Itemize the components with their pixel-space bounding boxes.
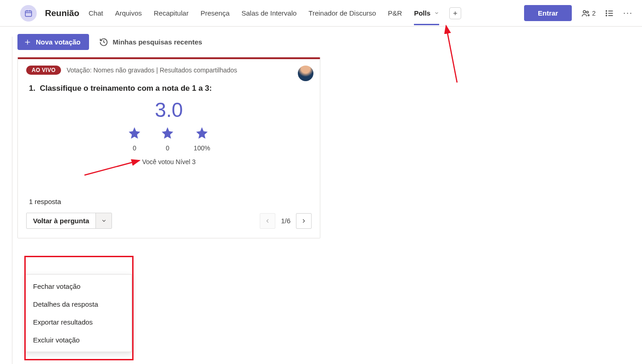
pager: 1/6 — [260, 213, 312, 229]
divider — [12, 37, 12, 364]
new-poll-label: Nova votação — [36, 38, 81, 46]
star-1-pct: 0 — [128, 144, 141, 152]
poll-footer: Voltar à pergunta 1/6 — [18, 213, 320, 238]
svg-point-7 — [586, 11, 588, 13]
chevron-right-icon — [301, 218, 307, 224]
new-poll-button[interactable]: Nova votação — [17, 34, 89, 50]
tab-arquivos[interactable]: Arquivos — [115, 1, 142, 25]
responses-count: 1 resposta — [18, 165, 320, 213]
svg-rect-0 — [25, 11, 32, 16]
tab-presenca[interactable]: Presença — [201, 1, 229, 25]
menu-export-results[interactable]: Exportar resultados — [26, 313, 131, 331]
tab-treinador[interactable]: Treinador de Discurso — [308, 1, 376, 25]
pager-prev-button[interactable] — [260, 213, 275, 229]
star-icon — [128, 126, 141, 140]
chevron-down-icon — [434, 9, 439, 17]
poll-question: 1. Classifique o treinamento com a nota … — [18, 78, 320, 97]
poll-card-header: AO VIVO Votação: Nomes não gravados | Re… — [18, 59, 320, 78]
tab-pr[interactable]: P&R — [388, 1, 402, 25]
pager-next-button[interactable] — [296, 213, 312, 229]
svg-point-6 — [583, 11, 586, 13]
participants-count: 2 — [592, 10, 596, 17]
recent-polls-button[interactable]: Minhas pesquisas recentes — [99, 38, 202, 47]
list-icon[interactable] — [605, 9, 614, 18]
meeting-title: Reunião — [45, 8, 79, 18]
meeting-header: Reunião Chat Arquivos Recapitular Presen… — [0, 0, 642, 27]
tab-salas[interactable]: Salas de Intervalo — [241, 1, 296, 25]
live-badge: AO VIVO — [26, 66, 61, 75]
back-to-question-dropdown[interactable] — [96, 213, 112, 228]
participants-button[interactable]: 2 — [581, 9, 596, 18]
stars-row: 0 0 100% — [18, 126, 320, 152]
tab-recapitular[interactable]: Recapitular — [154, 1, 189, 25]
chevron-left-icon — [264, 218, 271, 224]
star-2: 0 — [161, 126, 174, 152]
rating-score: 3.0 — [18, 99, 320, 121]
more-options-button[interactable]: ··· — [623, 8, 633, 18]
history-icon — [99, 38, 108, 47]
plus-icon — [24, 39, 31, 46]
header-actions: Entrar 2 ··· — [524, 5, 633, 21]
polls-toolbar: Nova votação Minhas pesquisas recentes — [0, 27, 642, 57]
recent-polls-label: Minhas pesquisas recentes — [113, 38, 202, 46]
svg-point-15 — [606, 15, 607, 16]
menu-delete-poll[interactable]: Excluir votação — [26, 331, 131, 349]
menu-close-poll[interactable]: Fechar votação — [26, 277, 131, 295]
pager-text: 1/6 — [279, 217, 292, 225]
avatar — [298, 66, 313, 81]
tabs-row: Chat Arquivos Recapitular Presença Salas… — [89, 1, 520, 25]
star-1: 0 — [128, 126, 141, 152]
you-voted-text: Você votou Nível 3 — [18, 158, 320, 165]
join-button[interactable]: Entrar — [524, 5, 572, 21]
back-to-question-split-button: Voltar à pergunta — [26, 213, 112, 229]
star-3: 100% — [194, 126, 210, 152]
add-tab-button[interactable] — [449, 7, 461, 19]
menu-response-details[interactable]: Detalhes da resposta — [26, 295, 131, 313]
people-icon — [581, 9, 590, 18]
question-number: 1. — [29, 84, 35, 93]
chevron-down-icon — [101, 218, 107, 224]
star-icon — [161, 126, 174, 140]
question-text: Classifique o treinamento com a nota de … — [40, 84, 212, 93]
star-3-pct: 100% — [194, 144, 210, 152]
tab-chat[interactable]: Chat — [89, 1, 103, 25]
star-2-pct: 0 — [161, 144, 174, 152]
star-icon — [195, 126, 209, 140]
svg-point-13 — [606, 11, 607, 11]
calendar-icon — [20, 5, 37, 22]
poll-meta: Votação: Nomes não gravados | Resultados… — [67, 66, 312, 74]
poll-card: AO VIVO Votação: Nomes não gravados | Re… — [17, 57, 320, 238]
back-to-question-button[interactable]: Voltar à pergunta — [27, 213, 96, 228]
poll-actions-menu: Fechar votação Detalhes da resposta Expo… — [25, 274, 132, 352]
tab-polls[interactable]: Polls — [414, 1, 439, 25]
tab-polls-label: Polls — [414, 9, 430, 17]
svg-point-14 — [606, 13, 607, 14]
